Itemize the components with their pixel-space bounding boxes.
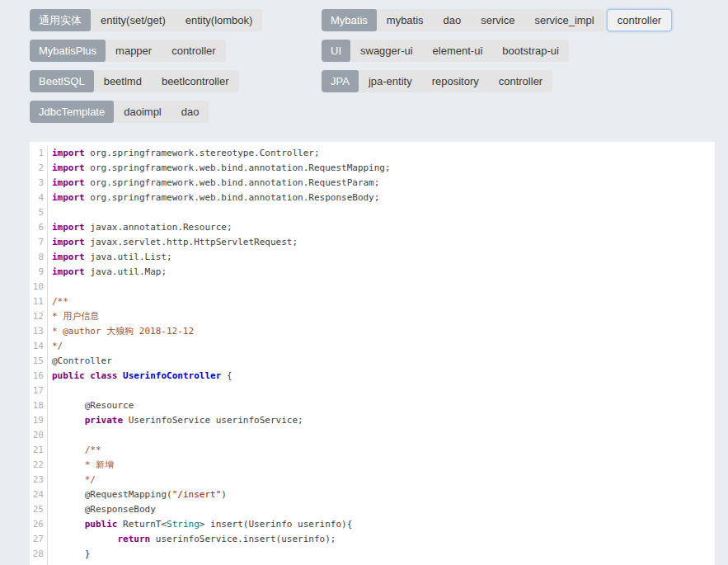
code-text: import org.springframework.web.bind.anno… bbox=[52, 176, 379, 191]
line-number: 22 bbox=[30, 458, 48, 473]
code-text: public ReturnT<String> insert(Userinfo u… bbox=[52, 517, 352, 532]
group-label-通用实体[interactable]: 通用实体 bbox=[30, 9, 91, 31]
code-text: public class UserinfoController { bbox=[52, 369, 232, 384]
item-JPA-repository[interactable]: repository bbox=[422, 70, 489, 92]
line-number: 17 bbox=[30, 384, 48, 398]
code-line: 9import java.util.Map; bbox=[30, 265, 715, 280]
code-text: return userinfoService.insert(userinfo); bbox=[52, 532, 336, 547]
code-text: import java.util.Map; bbox=[52, 265, 167, 280]
line-number: 11 bbox=[30, 294, 48, 309]
code-line: 19 private UserinfoService userinfoServi… bbox=[30, 413, 715, 428]
code-text: import javax.servlet.http.HttpServletReq… bbox=[52, 235, 298, 250]
line-number: 6 bbox=[30, 220, 48, 235]
code-line: 22 * 新增 bbox=[30, 458, 715, 473]
item-通用实体-entity(set/get)[interactable]: entity(set/get) bbox=[91, 9, 176, 31]
line-number: 8 bbox=[30, 250, 48, 265]
toolbar-row: MybatisPlusmappercontroller bbox=[30, 40, 262, 62]
line-number: 26 bbox=[30, 517, 48, 532]
code-line: 17 bbox=[30, 384, 715, 398]
toolbar-row: UIswagger-uielement-uibootstrap-ui bbox=[322, 40, 672, 62]
code-line: 3import org.springframework.web.bind.ann… bbox=[30, 176, 715, 191]
code-line: 11/** bbox=[30, 294, 715, 309]
code-line: 10 bbox=[30, 280, 715, 294]
line-number: 19 bbox=[30, 413, 48, 428]
code-text: * 新增 bbox=[52, 458, 114, 473]
code-text: @Resource bbox=[52, 398, 134, 413]
line-number: 3 bbox=[30, 176, 48, 191]
group-通用实体: 通用实体entity(set/get)entity(lombok) bbox=[30, 9, 262, 31]
group-MybatisPlus: MybatisPlusmappercontroller bbox=[30, 40, 226, 62]
line-number: 2 bbox=[30, 161, 48, 176]
item-Mybatis-service_impl[interactable]: service_impl bbox=[524, 9, 604, 31]
code-editor[interactable]: 1import org.springframework.stereotype.C… bbox=[30, 142, 715, 565]
group-label-BeetlSQL[interactable]: BeetlSQL bbox=[30, 70, 94, 92]
group-JdbcTemplate: JdbcTemplatedaoimpldao bbox=[30, 101, 209, 123]
item-Mybatis-controller[interactable]: controller bbox=[607, 9, 672, 31]
item-Mybatis-service[interactable]: service bbox=[471, 9, 524, 31]
item-BeetlSQL-beetlmd[interactable]: beetlmd bbox=[94, 70, 152, 92]
code-line: 29 bbox=[30, 562, 715, 565]
code-text: private UserinfoService userinfoService; bbox=[52, 413, 303, 428]
code-text: @ResponseBody bbox=[52, 502, 156, 517]
code-line: 5 bbox=[30, 205, 715, 220]
code-line: 18 @Resource bbox=[30, 398, 715, 413]
code-text: */ bbox=[52, 339, 63, 354]
toolbar-row: JPAjpa-entityrepositorycontroller bbox=[322, 70, 672, 92]
code-text: */ bbox=[52, 473, 96, 487]
item-Mybatis-mybatis[interactable]: mybatis bbox=[377, 9, 434, 31]
group-label-JPA[interactable]: JPA bbox=[322, 70, 359, 92]
toolbar-row: Mybatismybatisdaoserviceservice_implcont… bbox=[322, 9, 672, 31]
item-JPA-controller[interactable]: controller bbox=[489, 70, 552, 92]
code-text: * 用户信息 bbox=[52, 309, 99, 324]
line-number: 16 bbox=[30, 369, 48, 384]
item-通用实体-entity(lombok)[interactable]: entity(lombok) bbox=[176, 9, 263, 31]
line-number: 5 bbox=[30, 205, 48, 220]
code-line: 23 */ bbox=[30, 473, 715, 487]
item-JdbcTemplate-dao[interactable]: dao bbox=[171, 101, 209, 123]
line-number: 4 bbox=[30, 191, 48, 205]
code-line: 20 bbox=[30, 428, 715, 443]
code-line: 15@Controller bbox=[30, 354, 715, 369]
code-text: } bbox=[52, 547, 90, 562]
line-number: 27 bbox=[30, 532, 48, 547]
item-MybatisPlus-mapper[interactable]: mapper bbox=[106, 40, 162, 62]
line-number: 1 bbox=[30, 146, 48, 161]
code-line: 7import javax.servlet.http.HttpServletRe… bbox=[30, 235, 715, 250]
line-number: 28 bbox=[30, 547, 48, 562]
code-text: import org.springframework.stereotype.Co… bbox=[52, 146, 320, 161]
item-JPA-jpa-entity[interactable]: jpa-entity bbox=[359, 70, 422, 92]
code-line: 16public class UserinfoController { bbox=[30, 369, 715, 384]
line-number: 10 bbox=[30, 280, 48, 294]
toolbar-row: BeetlSQLbeetlmdbeetlcontroller bbox=[30, 70, 262, 92]
item-Mybatis-dao[interactable]: dao bbox=[434, 9, 472, 31]
code-line: 4import org.springframework.web.bind.ann… bbox=[30, 191, 715, 205]
item-UI-element-ui[interactable]: element-ui bbox=[423, 40, 493, 62]
code-line: 26 public ReturnT<String> insert(Userinf… bbox=[30, 517, 715, 532]
line-number: 25 bbox=[30, 502, 48, 517]
group-label-JdbcTemplate[interactable]: JdbcTemplate bbox=[30, 101, 114, 123]
item-UI-bootstrap-ui[interactable]: bootstrap-ui bbox=[492, 40, 569, 62]
group-label-MybatisPlus[interactable]: MybatisPlus bbox=[30, 40, 106, 62]
group-Mybatis: Mybatismybatisdaoserviceservice_impl bbox=[322, 9, 604, 31]
item-MybatisPlus-controller[interactable]: controller bbox=[162, 40, 225, 62]
line-number: 21 bbox=[30, 443, 48, 458]
group-label-Mybatis[interactable]: Mybatis bbox=[322, 9, 377, 31]
code-text: /** bbox=[52, 294, 68, 309]
code-text: import org.springframework.web.bind.anno… bbox=[52, 191, 379, 205]
code-line: 8import java.util.List; bbox=[30, 250, 715, 265]
toolbar-row: 通用实体entity(set/get)entity(lombok) bbox=[30, 9, 262, 31]
line-number: 29 bbox=[30, 562, 48, 565]
code-text: /** bbox=[52, 443, 101, 458]
item-JdbcTemplate-daoimpl[interactable]: daoimpl bbox=[114, 101, 171, 123]
line-number: 24 bbox=[30, 487, 48, 502]
line-number: 15 bbox=[30, 354, 48, 369]
group-label-UI[interactable]: UI bbox=[322, 40, 350, 62]
code-text: import javax.annotation.Resource; bbox=[52, 220, 232, 235]
line-number: 14 bbox=[30, 339, 48, 354]
code-line: 28 } bbox=[30, 547, 715, 562]
item-UI-swagger-ui[interactable]: swagger-ui bbox=[350, 40, 423, 62]
code-line: 2import org.springframework.web.bind.ann… bbox=[30, 161, 715, 176]
item-BeetlSQL-beetlcontroller[interactable]: beetlcontroller bbox=[152, 70, 239, 92]
code-line: 6import javax.annotation.Resource; bbox=[30, 220, 715, 235]
code-text: @RequestMapping("/insert") bbox=[52, 487, 227, 502]
